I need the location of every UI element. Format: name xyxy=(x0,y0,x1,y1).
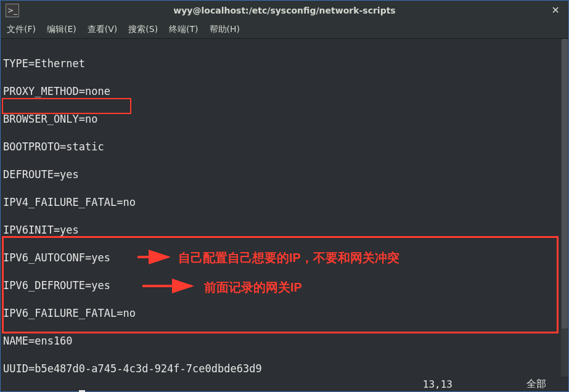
config-line: NAME=ens160 xyxy=(3,334,559,348)
close-button[interactable]: ✕ xyxy=(552,4,560,16)
menu-terminal[interactable]: 终端(T) xyxy=(169,24,198,35)
config-line: BOOTPROTO=static xyxy=(3,140,559,154)
text-cursor: 0 xyxy=(79,390,85,393)
scrollbar[interactable] xyxy=(561,39,568,377)
menu-view[interactable]: 查看(V) xyxy=(88,24,118,35)
editor-content[interactable]: TYPE=Ethernet PROXY_METHOD=none BROWSER_… xyxy=(1,39,561,377)
menu-file[interactable]: 文件(F) xyxy=(7,24,36,35)
config-line: TYPE=Ethernet xyxy=(3,57,559,71)
close-icon: ✕ xyxy=(552,4,560,16)
config-line: BROWSER_ONLY=no xyxy=(3,112,559,126)
menubar: 文件(F) 编辑(E) 查看(V) 搜索(S) 终端(T) 帮助(H) xyxy=(1,20,568,39)
config-line: UUID=b5e487d0-a745-4c3d-924f-7ce0dbde63d… xyxy=(3,362,559,376)
config-line: IPV6_AUTOCONF=yes xyxy=(3,251,559,265)
menu-search[interactable]: 搜索(S) xyxy=(128,24,158,35)
config-line: IPV6_FAILURE_FATAL=no xyxy=(3,306,559,321)
config-line: PROXY_METHOD=none xyxy=(3,84,559,99)
menu-edit[interactable]: 编辑(E) xyxy=(47,24,76,35)
titlebar: >_ wyy@localhost:/etc/sysconfig/network-… xyxy=(1,1,568,20)
terminal-icon: >_ xyxy=(6,4,19,17)
terminal-window: >_ wyy@localhost:/etc/sysconfig/network-… xyxy=(0,0,569,392)
config-line: IPV4_FAILURE_FATAL=no xyxy=(3,195,559,210)
window-title: wyy@localhost:/etc/sysconfig/network-scr… xyxy=(1,6,568,15)
editor-area[interactable]: TYPE=Ethernet PROXY_METHOD=none BROWSER_… xyxy=(1,39,568,377)
scrollbar-thumb[interactable] xyxy=(562,39,568,329)
menu-help[interactable]: 帮助(H) xyxy=(210,24,240,35)
config-line: IPV6_DEFROUTE=yes xyxy=(3,279,559,293)
config-line: DEVICE=ens160 xyxy=(3,390,559,393)
config-line: IPV6INIT=yes xyxy=(3,223,559,237)
config-line: DEFROUTE=yes xyxy=(3,168,559,182)
